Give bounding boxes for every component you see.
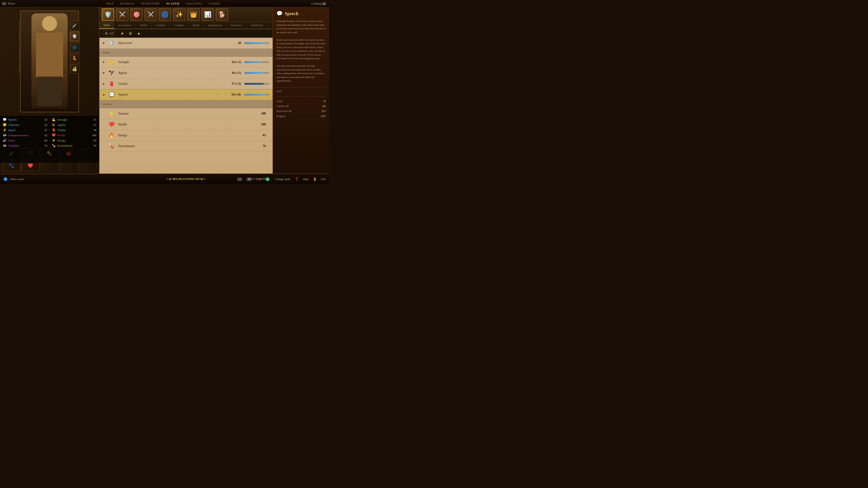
tabs-label[interactable]: Tabs (256, 177, 261, 181)
strength-name: Strength (118, 60, 218, 64)
tab-icon-combos[interactable]: 🌀 (159, 8, 171, 21)
filter-arrow-icon[interactable]: ▲ (137, 31, 141, 36)
tab-reputation[interactable]: Reputation (204, 22, 226, 29)
tab-icons-row: 🛡️ ⚔️ 🎯 ⚔️ 🌀 ✨ 👑 📊 🐕 (99, 7, 273, 22)
crafting-label: Crafting (311, 2, 321, 5)
row-speech[interactable]: ▶ 💬 Speech - 19 (+4) (99, 89, 273, 100)
row-health[interactable]: ▶ ❤️ Health 100 (99, 119, 273, 130)
tab-icon-sidekicks[interactable]: 🐕 (216, 8, 228, 21)
speed-stat-value: 27 (40, 128, 47, 132)
character-stats-summary: 💬 Speech 23 💪 Strength 15 😊 Charisma 15 … (0, 115, 99, 163)
tab-skills[interactable]: Skills (136, 22, 152, 29)
expand-speech[interactable]: ▶ (103, 93, 107, 96)
speech-value: 19 (+4) (223, 93, 241, 96)
detail-nextxp-label: Next level XP (276, 109, 292, 113)
show-more-label[interactable]: Show more (10, 177, 24, 181)
player-label: Player (8, 2, 15, 5)
character-panel: 🪖 🧣 👕 🧤 💍 🗡️ 🛡️ 🧥 👢 💰 🗡️ 🏹 💊 🍎 (0, 7, 99, 173)
tab-icon-reputation[interactable]: 👑 (187, 8, 199, 21)
character-silhouette (31, 13, 68, 108)
nav-journal[interactable]: JOURNAL (120, 2, 135, 5)
equip-slot-pouch[interactable]: 💰 (70, 64, 79, 74)
row-nourishment[interactable]: ▶ 🍗 Nourishment 74 (99, 141, 273, 152)
expand-vitality[interactable]: ▶ (103, 82, 107, 86)
vitality-dash: - (218, 82, 219, 86)
equip-slot-coat[interactable]: 🧥 (70, 42, 79, 52)
row-energy[interactable]: ▶ 🔥 Energy 63 (99, 130, 273, 141)
stat-agility: 🦅 Agility 17 (52, 123, 96, 127)
vitality-stat-icon: 🫀 (52, 128, 56, 132)
row-agility[interactable]: ▶ 🦅 Agility - 16 (+1) (99, 68, 273, 78)
tab-combos[interactable]: Combos (170, 22, 189, 29)
health-name: Health (118, 123, 248, 126)
row-vitality[interactable]: ▶ 🫀 Vitality - 17 (+1) (99, 78, 273, 89)
speech-stat-name: Speech (8, 118, 39, 122)
sort-label: AZ (109, 31, 114, 35)
stat-energy: ⚡ Energy 63 (52, 138, 96, 143)
stat-visibility: 👁️ Visibility 74 (3, 143, 47, 148)
detail-level-label: Level (276, 100, 283, 103)
tab-icon-secondary[interactable]: ⚔️ (116, 8, 128, 21)
expand-strength[interactable]: ▶ (103, 60, 107, 64)
noise-stat-icon: 🔊 (3, 138, 7, 142)
section-stats: Stats (99, 48, 273, 57)
charisma-stat-value: 15 (40, 123, 47, 127)
expand-nourishment: ▶ (103, 144, 107, 148)
tab-statistics[interactable]: Statistics (227, 22, 247, 29)
row-stamina[interactable]: ▶ ⚡ Stamina 188 (99, 108, 273, 119)
tab-icon-combat[interactable]: ⚔️ (145, 8, 157, 21)
tab-icon-buffs[interactable]: ✨ (173, 8, 185, 21)
stat-speech: 💬 Speech 23 (3, 117, 47, 122)
sort-button[interactable]: ⊞ AZ (103, 30, 116, 36)
nav-left: L2 Player (0, 2, 15, 5)
nav-crafting[interactable]: CRAFTING (186, 2, 202, 5)
equip-slot-weapon[interactable]: 🗡️ (70, 21, 79, 30)
row-mainlevel[interactable]: ▶ 🛡️ Main level - 20 (99, 38, 273, 48)
tab-sidekicks[interactable]: Sidekicks (247, 22, 268, 29)
energy-stat-icon: ⚡ (52, 138, 56, 142)
stats-section: Level 19 Current XP 166 Next level XP 82… (276, 96, 326, 119)
change-outfit-label[interactable]: Change outfit (275, 177, 290, 181)
tab-stats[interactable]: Stats (99, 22, 114, 29)
energy-stat-value: 63 (90, 139, 96, 142)
r5-button[interactable]: R5 (322, 2, 327, 5)
help-label[interactable]: Help (303, 177, 308, 181)
main-panel: 🛡️ ⚔️ 🎯 ⚔️ 🌀 ✨ 👑 📊 🐕 Stats Secondary Ski… (99, 7, 273, 173)
charisma-stat-icon: 😊 (3, 123, 7, 127)
stat-vitality: 🫀 Vitality 18 (52, 128, 96, 132)
tab-secondary[interactable]: Secondary (114, 22, 136, 29)
agility-dash: - (218, 71, 219, 75)
tab-icon-stats[interactable]: 🛡️ (102, 8, 114, 21)
nav-player[interactable]: PLAYER (166, 2, 180, 5)
detail-level-row: Level 19 (276, 99, 326, 104)
filter-crown-icon[interactable]: ♛ (129, 31, 132, 36)
conspicuousness-stat-icon: 👁️ (3, 133, 7, 137)
nourishment-value: 74 (248, 144, 266, 148)
expand-mainlevel[interactable]: ▶ (103, 41, 107, 45)
expand-agility[interactable]: ▶ (103, 71, 107, 74)
l2-button[interactable]: L2 (2, 2, 6, 5)
nav-codex[interactable]: CODEX (209, 2, 220, 5)
char-head (41, 15, 57, 31)
speech-dash: - (218, 93, 219, 97)
exit-label[interactable]: Exit (321, 177, 326, 181)
nav-inventory[interactable]: INVENTORY (141, 2, 160, 5)
vitality-bar (244, 83, 269, 85)
buff-section: Buff (276, 87, 326, 93)
right-detail-panel: 💬 Speech Although the glory of warriors … (273, 7, 329, 173)
equip-slot-boots[interactable]: 👢 (70, 53, 79, 63)
bottom-right: L1 R1 Tabs ▲ Change outfit ❓ Help 🚪 Exit (237, 177, 326, 181)
equip-slot-shield[interactable]: 🛡️ (70, 32, 79, 41)
health-stat-icon: ❤️ (52, 133, 56, 137)
nav-map[interactable]: MAP (106, 2, 114, 5)
tab-buffs[interactable]: Buffs (189, 22, 204, 29)
filter-star-icon[interactable]: ★ (121, 31, 124, 36)
tab-combat[interactable]: Combat (152, 22, 170, 29)
row-strength[interactable]: ▶ 💪 Strength - 14 (+1) (99, 57, 273, 68)
tab-icon-skills[interactable]: 🎯 (130, 8, 143, 21)
agility-name: Agility (118, 71, 218, 75)
agility-bar (244, 72, 269, 74)
energy-value: 63 (248, 133, 266, 137)
vitality-bar-fill (244, 83, 264, 85)
tab-icon-statistics[interactable]: 📊 (202, 8, 214, 21)
